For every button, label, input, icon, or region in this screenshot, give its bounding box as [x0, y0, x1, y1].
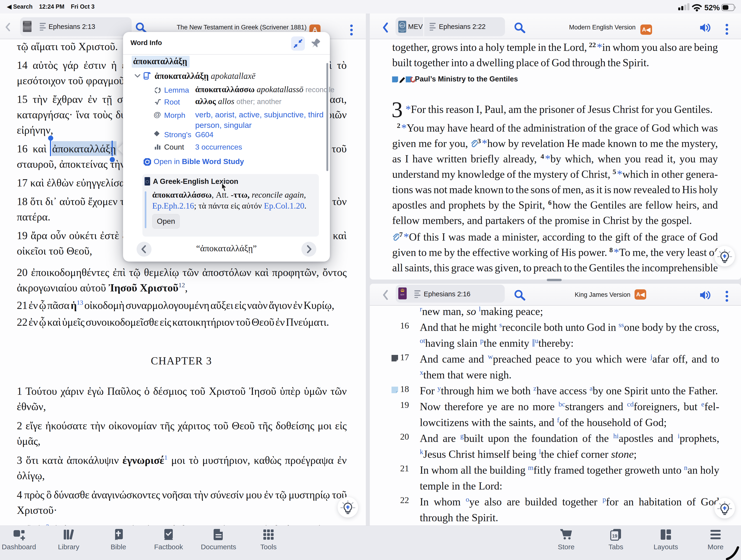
- svg-text:19: 19: [612, 534, 617, 539]
- svg-text:KJV: KJV: [401, 294, 405, 296]
- svg-text:52%: 52%: [704, 3, 720, 12]
- svg-text:MEV: MEV: [400, 24, 405, 27]
- svg-text:Version: Version: [400, 31, 404, 32]
